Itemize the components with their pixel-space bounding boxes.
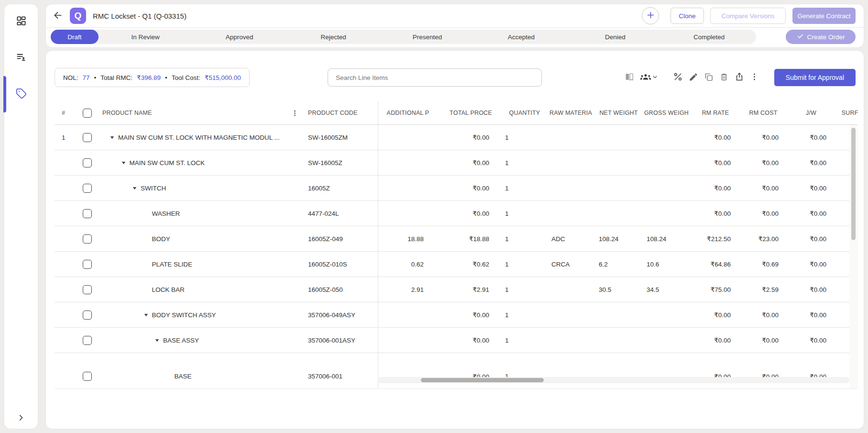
cell-gross: 108.24 bbox=[641, 226, 692, 251]
select-all-checkbox[interactable] bbox=[83, 109, 92, 118]
cell-cost: ₹23.00 bbox=[739, 226, 787, 251]
row-checkbox[interactable] bbox=[83, 372, 92, 381]
generate-contract-button[interactable]: Generate Contract bbox=[792, 8, 856, 24]
cell-net bbox=[596, 125, 641, 150]
cell-net: 108.24 bbox=[596, 226, 641, 251]
row-checkbox[interactable] bbox=[83, 285, 92, 294]
table-row: BODY16005Z-04918.88₹18.881ADC108.24108.2… bbox=[55, 226, 858, 252]
horizontal-scrollbar[interactable] bbox=[378, 377, 849, 383]
cell-product-code: 357006-001ASY bbox=[302, 328, 378, 353]
row-checkbox[interactable] bbox=[83, 184, 92, 193]
row-checkbox[interactable] bbox=[83, 336, 92, 345]
expand-caret-icon[interactable] bbox=[110, 136, 118, 139]
row-checkbox[interactable] bbox=[83, 158, 92, 167]
cell-net bbox=[596, 302, 641, 327]
compare-view-button[interactable] bbox=[623, 71, 636, 84]
stage-in-review[interactable]: In Review bbox=[99, 30, 192, 44]
sidebar-item-tags[interactable] bbox=[11, 84, 32, 105]
tool-cost-value[interactable]: ₹515,000.00 bbox=[205, 74, 241, 81]
header-select-cell bbox=[77, 101, 98, 124]
create-order-button[interactable]: Create Order bbox=[786, 30, 856, 44]
more-options-button[interactable] bbox=[748, 71, 761, 84]
cell-dots bbox=[287, 252, 302, 277]
stage-presented[interactable]: Presented bbox=[380, 30, 474, 44]
search-input[interactable] bbox=[328, 68, 542, 87]
product-name-text: SWITCH bbox=[141, 185, 166, 192]
back-button[interactable] bbox=[51, 9, 65, 23]
product-name-text: MAIN SW CUM ST. LOCK bbox=[130, 159, 205, 167]
cell-cost: ₹0.00 bbox=[739, 125, 787, 150]
copy-button[interactable] bbox=[703, 71, 715, 84]
row-checkbox[interactable] bbox=[83, 209, 92, 218]
column-header-total[interactable]: TOTAL PROCE bbox=[438, 101, 504, 124]
stage-rejected[interactable]: Rejected bbox=[286, 30, 380, 44]
column-header-rate[interactable]: RM RATE bbox=[692, 101, 739, 124]
row-checkbox[interactable] bbox=[83, 133, 92, 142]
expand-caret-icon[interactable] bbox=[121, 161, 130, 165]
delete-button[interactable] bbox=[718, 71, 730, 84]
row-checkbox[interactable] bbox=[83, 234, 92, 244]
product-name-text: PLATE SLIDE bbox=[152, 261, 193, 268]
horizontal-scrollbar-thumb[interactable] bbox=[421, 378, 544, 382]
row-checkbox[interactable] bbox=[83, 260, 92, 269]
compare-versions-button[interactable]: Compare Versions bbox=[710, 8, 786, 24]
cell-row-number bbox=[55, 302, 77, 327]
cell-row-number bbox=[55, 328, 77, 353]
expand-caret-icon[interactable] bbox=[155, 339, 163, 342]
total-rmc-value[interactable]: ₹396.89 bbox=[137, 74, 161, 81]
cell-raw bbox=[546, 125, 596, 150]
cell-qty: 1 bbox=[504, 176, 546, 200]
column-header-code[interactable]: PRODUCT CODE bbox=[302, 101, 378, 124]
cell-product-code: 357006-001 bbox=[302, 364, 378, 389]
cell-net bbox=[596, 328, 641, 353]
nol-value[interactable]: 77 bbox=[83, 74, 90, 81]
row-checkbox[interactable] bbox=[83, 311, 92, 320]
cell-select bbox=[77, 150, 98, 175]
column-header-surf[interactable]: SURFA bbox=[835, 101, 858, 124]
assign-users-button[interactable] bbox=[638, 71, 660, 84]
cell-qty: 1 bbox=[504, 328, 546, 353]
column-header-jw[interactable]: J/W bbox=[787, 101, 835, 124]
stage-accepted[interactable]: Accepted bbox=[474, 30, 568, 44]
sidebar-expand-button[interactable] bbox=[4, 413, 38, 424]
stage-completed[interactable]: Completed bbox=[662, 30, 756, 44]
status-stepper-row: Draft In Review Approved Rejected Presen… bbox=[46, 28, 864, 48]
cell-product-name: PLATE SLIDE bbox=[98, 252, 287, 277]
cell-net: 6.2 bbox=[596, 252, 641, 277]
table-body: 1MAIN SW CUM ST. LOCK WITH MAGNETIC MODU… bbox=[55, 125, 858, 389]
cell-addl: 2.91 bbox=[378, 277, 438, 302]
expand-caret-icon[interactable] bbox=[144, 313, 152, 317]
cell-row-number bbox=[55, 176, 77, 200]
percent-button[interactable] bbox=[672, 71, 684, 84]
vertical-scrollbar-thumb[interactable] bbox=[851, 128, 856, 240]
submit-for-approval-button[interactable]: Submit for Approval bbox=[774, 69, 856, 86]
column-header-raw[interactable]: RAW MATERIA bbox=[546, 101, 596, 124]
stage-draft[interactable]: Draft bbox=[51, 30, 99, 44]
title-row: Q RMC Lockset - Q1 (Q-03315) Clone Compa… bbox=[46, 4, 864, 28]
column-header-cost[interactable]: RM COST bbox=[739, 101, 787, 124]
expand-caret-icon[interactable] bbox=[132, 187, 141, 190]
stage-denied[interactable]: Denied bbox=[568, 30, 662, 44]
add-button[interactable] bbox=[642, 7, 659, 24]
vertical-scrollbar[interactable] bbox=[849, 125, 858, 389]
edit-button[interactable] bbox=[687, 71, 700, 84]
column-header-addl[interactable]: ADDITIONAL P bbox=[378, 101, 438, 124]
column-header-name[interactable]: PRODUCT NAME bbox=[98, 101, 287, 124]
product-name-text: BASE ASSY bbox=[163, 337, 199, 344]
column-header-gross[interactable]: GROSS WEIGH bbox=[641, 101, 692, 124]
sidebar-item-dashboard[interactable] bbox=[11, 11, 32, 32]
share-button[interactable] bbox=[733, 71, 746, 84]
cell-total: ₹0.00 bbox=[438, 125, 504, 150]
stage-approved[interactable]: Approved bbox=[192, 30, 286, 44]
table-row: PLATE SLIDE16005Z-010S0.62₹0.621CRCA6.21… bbox=[55, 252, 858, 277]
cell-select bbox=[77, 277, 98, 302]
column-menu-button[interactable] bbox=[287, 101, 302, 124]
pinned-column-divider bbox=[378, 101, 378, 389]
clone-button[interactable]: Clone bbox=[670, 8, 704, 24]
tag-icon bbox=[16, 88, 27, 101]
cell-rate: ₹0.00 bbox=[692, 150, 739, 175]
column-header-qty[interactable]: QUANTITY bbox=[504, 101, 546, 124]
cell-total: ₹0.00 bbox=[438, 364, 504, 389]
sidebar-item-requests[interactable] bbox=[11, 47, 32, 68]
column-header-net[interactable]: NET WEIGHT bbox=[596, 101, 641, 124]
